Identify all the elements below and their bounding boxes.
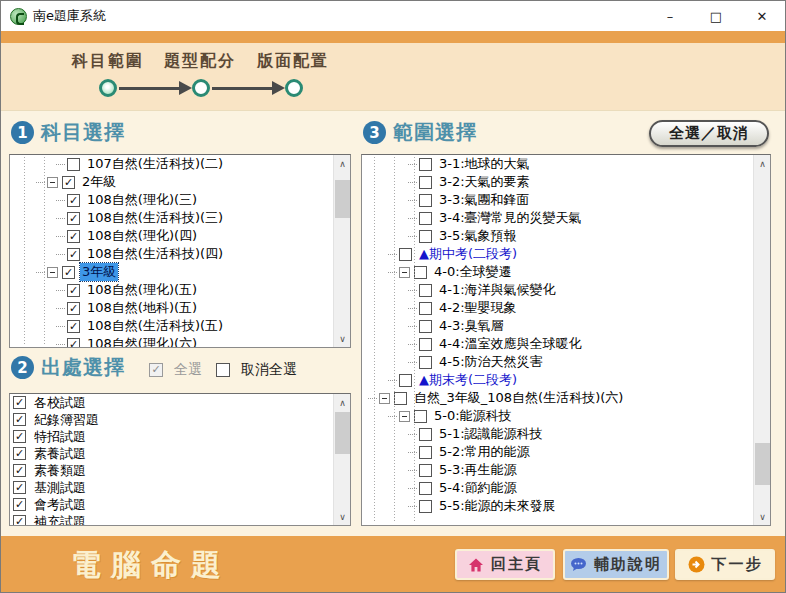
tree-item-label[interactable]: 4-0:全球變遷: [432, 263, 514, 281]
scroll-up-icon[interactable]: ∧: [334, 394, 351, 411]
list-item-checkbox[interactable]: [13, 498, 26, 511]
scrollbar-thumb[interactable]: [335, 412, 350, 454]
tree-item-label[interactable]: 5-3:再生能源: [437, 461, 519, 479]
tree-item-label[interactable]: 108自然(生活科技)(四): [85, 245, 225, 263]
list-item-checkbox[interactable]: [13, 430, 26, 443]
close-button[interactable]: ✕: [739, 1, 785, 31]
tree-item-label[interactable]: 5-5:能源的未來發展: [437, 497, 558, 515]
tree-item-label[interactable]: 3-3:氣團和鋒面: [437, 191, 532, 209]
tree-item-checkbox[interactable]: [62, 266, 75, 279]
list-item-label[interactable]: 素養試題: [32, 445, 88, 463]
tree-item-label[interactable]: 3-4:臺灣常見的災變天氣: [437, 209, 584, 227]
select-all-toggle-button[interactable]: 全選／取消: [649, 120, 769, 147]
collapse-minus-icon[interactable]: [379, 393, 390, 404]
list-item-label[interactable]: 基測試題: [32, 479, 88, 497]
tree-item-checkbox[interactable]: [419, 464, 432, 477]
tree-item-label[interactable]: 2年級: [80, 173, 118, 191]
tree-item-checkbox[interactable]: [394, 392, 407, 405]
tree-item-checkbox[interactable]: [419, 338, 432, 351]
tree-item-label[interactable]: 5-0:能源科技: [432, 407, 514, 425]
tree-item-checkbox[interactable]: [67, 158, 80, 171]
tree-item-label[interactable]: 4-1:海洋與氣候變化: [437, 281, 558, 299]
tree-item-label[interactable]: 107自然(生活科技)(二): [85, 155, 225, 173]
maximize-button[interactable]: □: [693, 1, 739, 31]
list-item-label[interactable]: 紀錄簿習題: [32, 411, 101, 429]
tree-item-label[interactable]: 108自然(理化)(四): [85, 227, 199, 245]
tree-item-label[interactable]: 108自然(生活科技)(三): [85, 209, 225, 227]
scrollbar[interactable]: ∧ ∨: [333, 155, 350, 347]
tree-item-checkbox[interactable]: [399, 374, 412, 387]
scrollbar[interactable]: ∧ ∨: [753, 155, 770, 525]
list-item-checkbox[interactable]: [13, 396, 26, 409]
tree-item-checkbox[interactable]: [419, 500, 432, 513]
tree-item-label[interactable]: 3-2:天氣的要素: [437, 173, 532, 191]
list-item-checkbox[interactable]: [13, 413, 26, 426]
tree-item-label[interactable]: 4-2:聖嬰現象: [437, 299, 519, 317]
help-button[interactable]: 輔助說明: [563, 549, 669, 580]
tree-item-checkbox[interactable]: [419, 302, 432, 315]
tree-item-label[interactable]: ▲期中考(二段考): [417, 245, 519, 263]
tree-item-checkbox[interactable]: [419, 320, 432, 333]
tree-item-label[interactable]: 4-4:溫室效應與全球暖化: [437, 335, 584, 353]
tree-item-checkbox[interactable]: [67, 302, 80, 315]
tree-item-checkbox[interactable]: [67, 284, 80, 297]
list-item-label[interactable]: 特招試題: [32, 428, 88, 446]
home-button[interactable]: 回主頁: [455, 549, 555, 580]
list-item-checkbox[interactable]: [13, 481, 26, 494]
tree-item-checkbox[interactable]: [419, 194, 432, 207]
scroll-up-icon[interactable]: ∧: [334, 155, 351, 172]
tree-item-checkbox[interactable]: [419, 428, 432, 441]
tree-item-checkbox[interactable]: [419, 158, 432, 171]
tree-item-label[interactable]: ▲期末考(二段考): [417, 371, 519, 389]
tree-item-label[interactable]: 5-2:常用的能源: [437, 443, 532, 461]
tree-item-checkbox[interactable]: [419, 176, 432, 189]
scroll-down-icon[interactable]: ∨: [334, 508, 351, 525]
tree-item-checkbox[interactable]: [419, 284, 432, 297]
tree-item-checkbox[interactable]: [62, 176, 75, 189]
list-item-label[interactable]: 補充試題: [32, 513, 88, 526]
tree-item-label[interactable]: 4-5:防治天然災害: [437, 353, 545, 371]
scroll-down-icon[interactable]: ∨: [334, 330, 351, 347]
list-item-label[interactable]: 各校試題: [32, 394, 88, 412]
scroll-down-icon[interactable]: ∨: [754, 508, 771, 525]
tree-item-checkbox[interactable]: [414, 410, 427, 423]
scroll-up-icon[interactable]: ∧: [754, 155, 771, 172]
list-item-label[interactable]: 素養類題: [32, 462, 88, 480]
next-step-button[interactable]: 下一步: [675, 549, 775, 580]
tree-item-checkbox[interactable]: [419, 356, 432, 369]
list-item-checkbox[interactable]: [13, 515, 26, 525]
tree-item-label[interactable]: 108自然(理化)(六): [85, 335, 199, 347]
list-item-checkbox[interactable]: [13, 464, 26, 477]
deselect-all-checkbox[interactable]: [216, 363, 230, 377]
tree-item-checkbox[interactable]: [67, 320, 80, 333]
list-item-checkbox[interactable]: [13, 447, 26, 460]
tree-item-checkbox[interactable]: [399, 248, 412, 261]
tree-item-checkbox[interactable]: [67, 248, 80, 261]
tree-item-label[interactable]: 4-3:臭氧層: [437, 317, 506, 335]
tree-item-checkbox[interactable]: [67, 194, 80, 207]
tree-item-label[interactable]: 108自然(理化)(五): [85, 281, 199, 299]
collapse-minus-icon[interactable]: [47, 267, 58, 278]
list-item-label[interactable]: 會考試題: [32, 496, 88, 514]
tree-item-checkbox[interactable]: [67, 230, 80, 243]
minimize-button[interactable]: –: [647, 1, 693, 31]
tree-item-checkbox[interactable]: [67, 212, 80, 225]
collapse-minus-icon[interactable]: [399, 267, 410, 278]
tree-item-label[interactable]: 3-1:地球的大氣: [437, 155, 532, 173]
tree-item-checkbox[interactable]: [414, 266, 427, 279]
tree-item-checkbox[interactable]: [419, 230, 432, 243]
collapse-minus-icon[interactable]: [399, 411, 410, 422]
tree-item-label[interactable]: 3-5:氣象預報: [437, 227, 519, 245]
tree-item-checkbox[interactable]: [419, 446, 432, 459]
scrollbar-thumb[interactable]: [335, 180, 350, 218]
select-all-checkbox[interactable]: [149, 363, 163, 377]
tree-item-label[interactable]: 108自然(地科)(五): [85, 299, 199, 317]
tree-item-label[interactable]: 108自然(生活科技)(五): [85, 317, 225, 335]
tree-item-label[interactable]: 108自然(理化)(三): [85, 191, 199, 209]
tree-item-label[interactable]: 3年級: [80, 263, 118, 281]
tree-item-checkbox[interactable]: [419, 212, 432, 225]
collapse-minus-icon[interactable]: [47, 177, 58, 188]
tree-item-label[interactable]: 自然_3年級_108自然(生活科技)(六): [412, 389, 625, 407]
tree-item-label[interactable]: 5-4:節約能源: [437, 479, 519, 497]
tree-item-checkbox[interactable]: [419, 482, 432, 495]
